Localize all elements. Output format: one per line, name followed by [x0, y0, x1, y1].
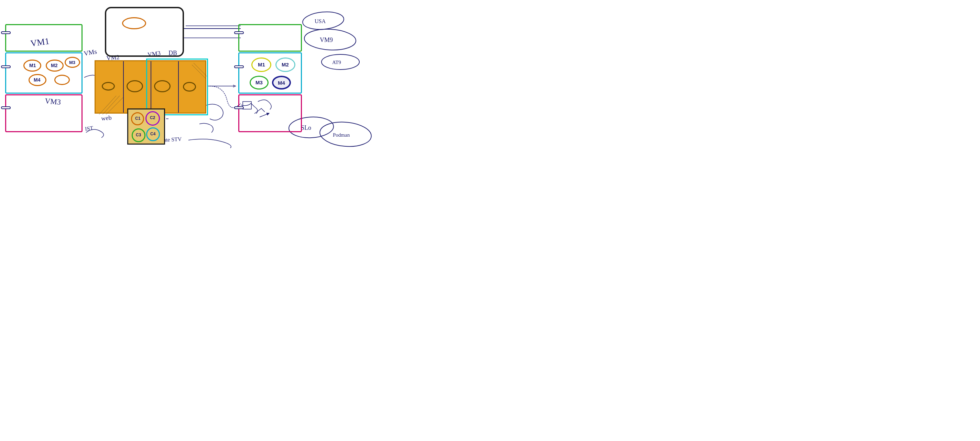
svg-text:Podman: Podman [333, 132, 350, 138]
mono-m2: M2 [46, 59, 64, 72]
mono-db-section [5, 94, 83, 132]
svg-text:VM9: VM9 [320, 37, 333, 43]
mono-app-badge [1, 66, 11, 68]
svg-text:USA: USA [315, 18, 326, 24]
mono-m3: M3 [65, 57, 80, 68]
svg-text:SLo: SLo [301, 124, 311, 131]
svg-text:IST: IST [84, 125, 94, 132]
mono-m4: M4 [29, 74, 46, 86]
micro-m4: M4 [272, 76, 291, 89]
containerization-box: C1 C2 C3 C4 [127, 109, 165, 145]
container-c3: C3 [132, 128, 145, 142]
svg-text:AT9: AT9 [332, 59, 341, 65]
physical-server-ellipse [122, 17, 146, 29]
micro-app-section: M1 M2 M3 M4 [238, 52, 302, 94]
svg-point-8 [302, 10, 345, 31]
svg-point-12 [321, 54, 360, 70]
mono-m1: M1 [23, 59, 41, 72]
mono-app-section: M1 M2 M3 M4 [5, 52, 83, 94]
svg-point-10 [304, 28, 356, 51]
micro-m1: M1 [251, 58, 271, 72]
container-c1: C1 [131, 112, 144, 125]
svg-point-16 [319, 120, 372, 149]
micro-web-section [238, 24, 302, 52]
micro-web-badge [234, 31, 244, 34]
mono-web-section [5, 24, 83, 52]
svg-line-22 [106, 97, 123, 115]
mono-extra-ellipse [54, 75, 70, 85]
mono-web-badge [1, 31, 11, 34]
svg-line-20 [99, 96, 116, 115]
svg-line-21 [102, 96, 120, 115]
container-c4: C4 [146, 127, 160, 141]
micro-m3: M3 [250, 76, 269, 89]
physical-server-box [105, 7, 184, 57]
micro-db-badge [234, 106, 244, 109]
svg-text:VMs: VMs [83, 48, 97, 57]
micro-m2: M2 [275, 58, 295, 72]
micro-db-section [238, 94, 302, 132]
svg-text:web: web [101, 114, 112, 122]
mono-db-badge [1, 106, 11, 109]
micro-app-badge [234, 66, 244, 68]
container-c2: C2 [145, 111, 160, 126]
virt-cyan-overlay [146, 59, 208, 115]
